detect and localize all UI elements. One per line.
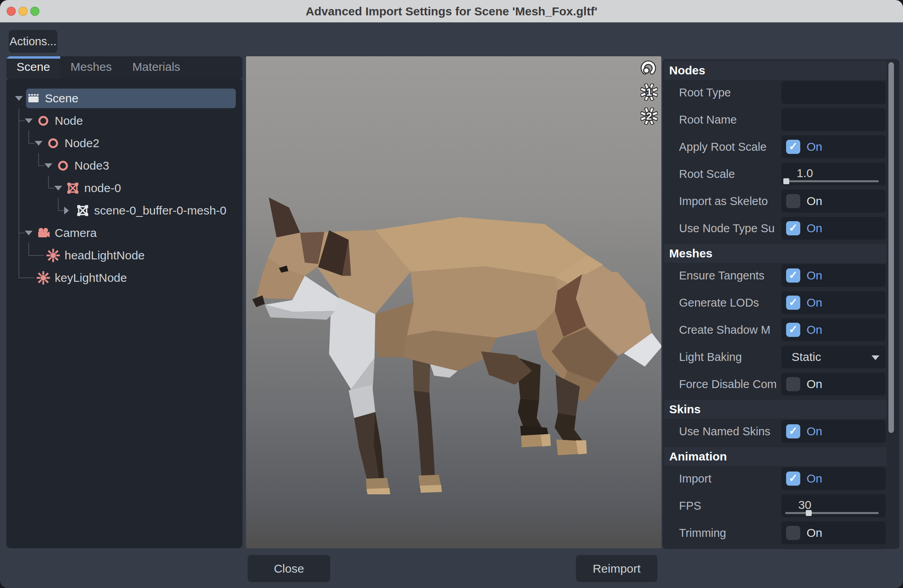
- scene-tree: SceneNodeNode2Node3node-0scene-0_buffer-…: [6, 78, 242, 548]
- property-label: Generate LODs: [679, 291, 759, 314]
- inspector-sections: NodesRoot TypeRoot NameApply Root Scale✓…: [662, 61, 899, 549]
- collapse-arrow-icon[interactable]: [25, 118, 33, 123]
- tree-item-label: node-0: [84, 178, 121, 198]
- orbit-preview-icon[interactable]: [640, 59, 657, 77]
- checked-checkbox[interactable]: ✓: [786, 424, 800, 438]
- tree-item-camera[interactable]: Camera: [6, 223, 242, 243]
- property-row-ensure-tangents: Ensure Tangents✓On: [662, 264, 899, 287]
- advanced-import-settings-window: Advanced Import Settings for Scene 'Mesh…: [0, 0, 903, 588]
- inspector-scrollbar[interactable]: [888, 62, 894, 433]
- collapse-arrow-icon[interactable]: [54, 186, 62, 190]
- checked-checkbox[interactable]: ✓: [786, 296, 800, 310]
- checkbox-field[interactable]: ✓On: [781, 217, 886, 240]
- checkbox-state-label: On: [807, 264, 822, 287]
- checked-checkbox[interactable]: ✓: [786, 140, 800, 154]
- reimport-button[interactable]: Reimport: [576, 555, 657, 582]
- preview-viewport[interactable]: 12: [246, 56, 661, 548]
- tree-item-node3[interactable]: Node3: [6, 156, 242, 176]
- property-label: Root Name: [679, 108, 737, 131]
- checkbox-field[interactable]: On: [781, 521, 886, 544]
- check-icon: ✓: [786, 323, 800, 337]
- checkbox-field[interactable]: On: [781, 373, 886, 396]
- preview-light-1-icon[interactable]: 1: [640, 83, 658, 101]
- check-icon: ✓: [786, 268, 800, 283]
- tree-item-keylightnode[interactable]: keyLightNode: [6, 268, 242, 288]
- tree-item-label: Node3: [74, 156, 109, 176]
- checkbox-field[interactable]: ✓On: [781, 318, 886, 341]
- checkbox-state-label: On: [807, 190, 822, 213]
- checkbox-field[interactable]: On: [781, 190, 886, 213]
- spin-slider-field[interactable]: 30: [781, 494, 886, 517]
- tree-item-label: keyLightNode: [55, 268, 127, 288]
- checkbox-field[interactable]: ✓On: [781, 264, 886, 287]
- spin-slider-field[interactable]: 1.0: [781, 163, 886, 185]
- tree-item-node-0[interactable]: node-0: [6, 178, 242, 198]
- checkbox-state-label: On: [807, 373, 822, 396]
- checkbox-field[interactable]: ✓On: [781, 420, 886, 443]
- property-row-root-scale: Root Scale1.0: [662, 163, 899, 185]
- import-options-inspector: NodesRoot TypeRoot NameApply Root Scale✓…: [662, 59, 899, 549]
- tab-materials[interactable]: Materials: [122, 56, 191, 78]
- expand-arrow-icon[interactable]: [64, 207, 69, 214]
- title-bar: Advanced Import Settings for Scene 'Mesh…: [0, 0, 903, 22]
- actions-button[interactable]: Actions...: [9, 30, 57, 53]
- preview-light-2-icon[interactable]: 2: [640, 107, 658, 125]
- text-field[interactable]: [781, 81, 886, 104]
- tab-scene[interactable]: Scene: [6, 56, 60, 78]
- checked-checkbox[interactable]: ✓: [786, 472, 800, 486]
- tree-item-node[interactable]: Node: [6, 111, 242, 131]
- node3d-icon: [37, 114, 50, 128]
- tab-bar: SceneMeshesMaterials: [6, 56, 242, 78]
- tree-item-scene-0-buffer-0-mesh-0[interactable]: scene-0_buffer-0-mesh-0: [6, 201, 242, 220]
- checked-checkbox[interactable]: ✓: [786, 221, 800, 235]
- tree-item-scene[interactable]: Scene: [6, 89, 242, 108]
- light-icon: [37, 271, 50, 285]
- section-header-nodes: Nodes: [664, 61, 887, 80]
- checkbox-field[interactable]: ✓On: [781, 467, 886, 490]
- check-icon: ✓: [786, 472, 800, 486]
- window-title: Advanced Import Settings for Scene 'Mesh…: [0, 0, 903, 22]
- tree-item-node2[interactable]: Node2: [6, 133, 242, 153]
- unchecked-checkbox[interactable]: [786, 526, 800, 540]
- slider-grabber[interactable]: [806, 510, 812, 516]
- slider-grabber[interactable]: [783, 178, 789, 184]
- unchecked-checkbox[interactable]: [786, 194, 800, 208]
- property-label: Root Type: [679, 81, 731, 104]
- property-row-import: Import✓On: [662, 467, 899, 490]
- check-icon: ✓: [786, 221, 800, 235]
- checkbox-field[interactable]: ✓On: [781, 549, 886, 549]
- check-icon: ✓: [786, 424, 800, 438]
- property-label: Use Node Type Su: [679, 217, 775, 240]
- checked-checkbox[interactable]: ✓: [786, 323, 800, 337]
- tree-item-label: Node2: [65, 133, 99, 153]
- collapse-arrow-icon[interactable]: [25, 231, 33, 235]
- checkbox-field[interactable]: ✓On: [781, 135, 886, 158]
- checkbox-state-label: On: [807, 291, 822, 314]
- property-label: Remove Immutabl: [679, 549, 772, 549]
- collapse-arrow-icon[interactable]: [44, 163, 52, 168]
- section-header-animation: Animation: [664, 447, 887, 466]
- tree-item-label: scene-0_buffer-0-mesh-0: [94, 201, 226, 220]
- checkbox-state-label: On: [807, 549, 822, 549]
- property-label: Use Named Skins: [679, 420, 770, 443]
- tree-item-headlightnode[interactable]: headLightNode: [6, 246, 242, 265]
- property-row-generate-lods: Generate LODs✓On: [662, 291, 899, 314]
- unchecked-checkbox[interactable]: [786, 377, 800, 391]
- checkbox-state-label: On: [807, 135, 822, 158]
- text-field[interactable]: [781, 108, 886, 131]
- node3d-icon: [56, 159, 70, 172]
- tree-item-label: Camera: [55, 223, 97, 243]
- slider-track[interactable]: [785, 512, 879, 514]
- checked-checkbox[interactable]: ✓: [786, 268, 800, 283]
- mesh-icon: [66, 181, 80, 195]
- tree-item-label: Scene: [45, 89, 78, 108]
- collapse-arrow-icon[interactable]: [15, 96, 23, 101]
- close-button[interactable]: Close: [248, 555, 330, 582]
- tab-meshes[interactable]: Meshes: [60, 56, 122, 78]
- property-row-trimming: TrimmingOn: [662, 521, 899, 544]
- svg-text:1: 1: [646, 86, 652, 98]
- dropdown-field[interactable]: Static: [781, 346, 886, 368]
- collapse-arrow-icon[interactable]: [35, 141, 43, 146]
- checkbox-field[interactable]: ✓On: [781, 291, 886, 314]
- slider-track[interactable]: [785, 180, 879, 182]
